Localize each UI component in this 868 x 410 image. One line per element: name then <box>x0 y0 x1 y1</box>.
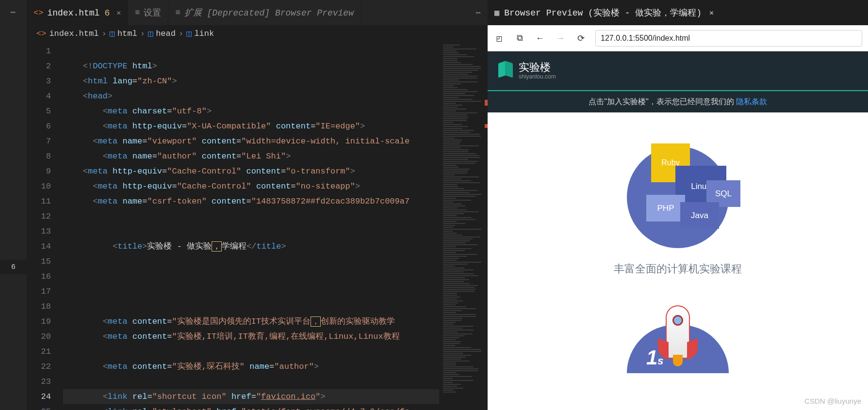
url-input[interactable]: 127.0.0.1:5500/index.html <box>595 30 862 47</box>
settings-icon: ≡ <box>135 8 140 17</box>
tab-extension-browser-preview[interactable]: ≡ 扩展 [Deprecated] Browser Preview <box>168 0 360 25</box>
tab-dirty-count: 6 <box>104 8 110 18</box>
tab-settings[interactable]: ≡ 设置 <box>128 0 168 25</box>
site-header: 实验楼 shiyanlou.com <box>488 51 868 90</box>
close-icon[interactable]: ✕ <box>709 8 714 17</box>
editor-pane: <> index.html 6 ✕ ≡ 设置 ≡ 扩展 [Deprecated]… <box>27 0 488 410</box>
breadcrumb-part[interactable]: head <box>156 29 176 38</box>
logo-icon <box>498 62 513 79</box>
device-icon[interactable]: ⧉ <box>514 32 525 44</box>
forward-button[interactable]: → <box>555 32 566 44</box>
overflow-icon[interactable]: ⋯ <box>11 7 16 17</box>
tab-label: 设置 <box>144 7 161 18</box>
breadcrumb[interactable]: <> index.html › ◫ html › ◫ head › ◫ link <box>27 25 488 42</box>
tab-actions[interactable]: ⋯ <box>475 0 488 25</box>
chevron-right-icon: › <box>101 29 106 38</box>
breadcrumb-part[interactable]: link <box>194 29 214 38</box>
consent-banner: 点击"加入实验楼"，表示您已经同意我们的 隐私条款 <box>488 90 868 112</box>
feature-block: Ruby Linux SQL PHP Java 丰富全面的计算机实验课程 <box>488 112 868 373</box>
breadcrumb-part[interactable]: html <box>117 29 137 38</box>
close-icon[interactable]: ✕ <box>116 8 121 17</box>
watermark: CSDN @liuyunye <box>804 397 861 405</box>
symbol-icon: ◫ <box>148 29 153 39</box>
back-button[interactable]: ← <box>534 32 546 44</box>
browser-preview-tab[interactable]: ▦ Browser Preview (实验楼 - 做实验，学编程) ✕ <box>488 0 868 25</box>
symbol-icon: ◫ <box>186 29 191 39</box>
activity-gutter: ⋯ 6 <box>0 0 27 410</box>
line-gutter: 1234567891011121314151617181920212223242… <box>27 42 63 410</box>
chevron-right-icon: › <box>140 29 145 38</box>
rocket-circle: 1s <box>627 325 729 373</box>
minimap[interactable] <box>439 42 488 410</box>
rocket-icon <box>666 305 690 359</box>
tab-bar: <> index.html 6 ✕ ≡ 设置 ≡ 扩展 [Deprecated]… <box>27 0 488 25</box>
chevron-right-icon: › <box>179 29 183 38</box>
rocket-badge: 1s <box>646 346 664 369</box>
code-editor[interactable]: 1234567891011121314151617181920212223242… <box>27 42 488 410</box>
extension-icon: ≡ <box>175 8 180 17</box>
tech-circle: Ruby Linux SQL PHP Java <box>627 146 729 248</box>
tab-label: index.html <box>47 8 99 18</box>
rocket-block: 1s <box>488 325 868 373</box>
overflow-icon[interactable]: ⋯ <box>475 7 481 18</box>
symbol-icon: ◫ <box>110 29 115 39</box>
tab-index-html[interactable]: <> index.html 6 ✕ <box>27 0 128 25</box>
problems-badge[interactable]: 6 <box>0 260 27 274</box>
browser-tab-title: Browser Preview (实验楼 - 做实验，学编程) <box>504 7 702 18</box>
inspect-icon[interactable]: ◰ <box>493 32 505 44</box>
privacy-link[interactable]: 隐私条款 <box>736 97 767 107</box>
chip-java: Java <box>680 202 719 229</box>
reload-button[interactable]: ⟳ <box>575 32 587 44</box>
feature-title: 丰富全面的计算机实验课程 <box>488 262 868 276</box>
html-icon: <> <box>36 29 46 38</box>
preview-icon: ▦ <box>494 8 499 18</box>
browser-toolbar: ◰ ⧉ ← → ⟳ 127.0.0.1:5500/index.html <box>488 25 868 51</box>
browser-preview-pane: ▦ Browser Preview (实验楼 - 做实验，学编程) ✕ ◰ ⧉ … <box>488 0 868 410</box>
html-icon: <> <box>33 8 43 17</box>
code-content[interactable]: <!DOCTYPE html> <html lang="zh-CN"> <hea… <box>63 42 488 410</box>
page-content[interactable]: 实验楼 shiyanlou.com 点击"加入实验楼"，表示您已经同意我们的 隐… <box>488 51 868 410</box>
breadcrumb-file[interactable]: index.html <box>49 29 98 38</box>
tab-label: 扩展 [Deprecated] Browser Preview <box>184 7 354 18</box>
chip-php: PHP <box>646 195 685 221</box>
logo-text: 实验楼 shiyanlou.com <box>519 62 556 79</box>
